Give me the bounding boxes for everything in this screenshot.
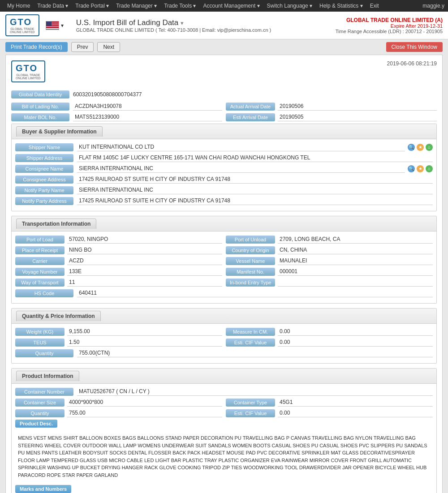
transport-way-row: Way of Transport 11 In-bond Entry Type bbox=[15, 278, 433, 287]
consignee-star-icon[interactable]: ★ bbox=[417, 165, 424, 172]
quantity-price-title: Quantity & Price Information bbox=[16, 311, 101, 321]
shipper-star-icon[interactable]: ★ bbox=[417, 144, 424, 151]
teus-value: 1.50 bbox=[67, 338, 222, 347]
print-button-top[interactable]: Print Trade Record(s) bbox=[5, 42, 68, 52]
way-of-transport-value: 11 bbox=[67, 278, 222, 287]
consignee-search-icon[interactable]: 🔍 bbox=[408, 165, 415, 172]
document-timestamp: 2019-06-06 08:21:19 bbox=[387, 60, 437, 67]
mater-bol-row: Mater BOL No. MATS5123139000 Esti Arriva… bbox=[11, 113, 437, 121]
main-document: GTO GLOBAL TRADEONLINE LIMITED 2019-06-0… bbox=[5, 55, 443, 493]
product-description-text: MENS VEST MENS SHIRT BALLOON BOXES BAGS … bbox=[15, 432, 433, 481]
notify-party-address-value: 17425 RAILROAD ST SUITE H CITY OF INDUST… bbox=[77, 197, 433, 205]
prev-button-top[interactable]: Prev bbox=[71, 42, 94, 52]
carrier-row: Carrier ACZD Vessel Name MAUNALEI bbox=[15, 257, 433, 265]
product-quantity-row: Quantity 755.00 Esti. CIF Value 0.00 bbox=[15, 409, 433, 417]
nav-account-management[interactable]: Account Management ▾ bbox=[200, 0, 263, 12]
esti-cif-value: 0.00 bbox=[278, 338, 433, 347]
consignee-address-label: Consignee Address bbox=[15, 176, 73, 184]
nav-my-home[interactable]: My Home bbox=[4, 0, 34, 12]
voyage-number-value: 133E bbox=[67, 267, 222, 276]
shipper-address-value: FLAT RM 1405C 14F LUCKY CENTRE 165-171 W… bbox=[77, 154, 433, 162]
measure-value: 0.00 bbox=[278, 327, 433, 336]
header-bar: GTO GLOBAL TRADEONLINE LIMITED ▾ U.S. Im… bbox=[0, 12, 448, 39]
shipper-home-icon[interactable]: ⌂ bbox=[426, 144, 433, 151]
consignee-home-icon[interactable]: ⌂ bbox=[426, 165, 433, 172]
nav-trade-portal[interactable]: Trade Portal ▾ bbox=[72, 0, 112, 12]
container-number-row: Container Number MATU2526767 ( CN / L / … bbox=[15, 387, 433, 396]
flag-selector[interactable]: ▾ bbox=[46, 21, 64, 30]
notify-party-name-label: Notify Party Name bbox=[15, 186, 73, 194]
consignee-name-label: Consignee Name bbox=[15, 165, 73, 173]
nav-trade-manager[interactable]: Trade Manager ▾ bbox=[112, 0, 160, 12]
container-size-row: Container Size 4000*900*800 Container Ty… bbox=[15, 398, 433, 407]
nav-help-statistics[interactable]: Help & Statistics ▾ bbox=[316, 0, 366, 12]
way-of-transport-label: Way of Transport bbox=[15, 279, 65, 287]
shipper-address-label: Shipper Address bbox=[15, 154, 73, 162]
us-flag-icon bbox=[46, 21, 59, 30]
quantity-price-section: Quantity & Price Information Weight (KG)… bbox=[11, 308, 437, 364]
consignee-name-value: SIERRA INTERNATIONAL INC bbox=[77, 164, 405, 173]
container-size-value: 4000*900*800 bbox=[67, 398, 222, 407]
global-data-identity-row: Global Data Identity 6003201905080800070… bbox=[11, 90, 437, 99]
nav-switch-language[interactable]: Switch Language ▾ bbox=[263, 0, 316, 12]
port-of-unload-value: 2709, LONG BEACH, CA bbox=[278, 235, 433, 244]
teus-row: TEUS 1.50 Esti. CIF Value 0.00 bbox=[15, 338, 433, 347]
bol-label: Bill of Lading No. bbox=[11, 103, 69, 111]
esti-arrival-value: 20190505 bbox=[278, 113, 437, 121]
product-desc-button[interactable]: Product Desc. bbox=[15, 420, 57, 428]
header-subtitle: GLOBAL TRADE ONLINE LIMITED ( Tel: 400-7… bbox=[76, 27, 336, 33]
notify-party-address-row: Notify Party Address 17425 RAILROAD ST S… bbox=[15, 197, 433, 205]
bol-value: ACZDNA3H190078 bbox=[73, 102, 222, 111]
bol-row: Bill of Lading No. ACZDNA3H190078 Actual… bbox=[11, 102, 437, 111]
quantity-label: Quantity bbox=[15, 349, 73, 357]
voyage-number-label: Voyage Number bbox=[15, 268, 65, 276]
container-type-value: 45G1 bbox=[278, 398, 433, 407]
place-of-receipt-label: Place of Receipt bbox=[15, 246, 65, 254]
company-name: GLOBAL TRADE ONLINE LIMITED (A) bbox=[336, 17, 443, 23]
flag-dropdown-arrow[interactable]: ▾ bbox=[61, 22, 64, 29]
hs-code-row: HS Code 640411 bbox=[15, 289, 433, 297]
close-button-top[interactable]: Close This Window bbox=[386, 42, 443, 52]
ldr-info: Time Range Accessible (LDR) : 200712 - 2… bbox=[336, 29, 443, 34]
nav-trade-tools[interactable]: Trade Tools ▾ bbox=[160, 0, 199, 12]
product-quantity-label: Quantity bbox=[15, 409, 65, 417]
next-button-top[interactable]: Next bbox=[97, 42, 120, 52]
nav-exit[interactable]: Exit bbox=[366, 0, 383, 12]
document-header: GTO GLOBAL TRADEONLINE LIMITED 2019-06-0… bbox=[11, 60, 437, 86]
port-load-row: Port of Load 57020, NINGPO Port of Unloa… bbox=[15, 235, 433, 244]
product-esti-cif-label: Esti. CIF Value bbox=[226, 409, 275, 417]
teus-label: TEUS bbox=[15, 339, 65, 347]
logo-subtitle: GLOBAL TRADEONLINE LIMITED bbox=[10, 27, 35, 34]
transportation-section: Transportation Information Port of Load … bbox=[11, 216, 437, 304]
buyer-supplier-section: Buyer & Supplier Information Shipper Nam… bbox=[11, 124, 437, 211]
consignee-address-value: 17425 RAILROAD ST SUITE H CITY OF INDUST… bbox=[77, 175, 433, 184]
nav-trade-data[interactable]: Trade Data ▾ bbox=[34, 0, 72, 12]
header-right-info: GLOBAL TRADE ONLINE LIMITED (A) Expire A… bbox=[336, 17, 443, 34]
global-data-identity-label: Global Data Identity bbox=[11, 90, 69, 99]
esti-arrival-label: Esti Arrival Date bbox=[226, 113, 275, 121]
weight-label: Weight (KG) bbox=[15, 328, 65, 336]
notify-party-address-label: Notify Party Address bbox=[15, 197, 73, 205]
company-logo: GTO GLOBAL TRADEONLINE LIMITED bbox=[5, 14, 39, 36]
inbond-entry-value bbox=[278, 279, 433, 287]
carrier-value: ACZD bbox=[67, 257, 222, 265]
hs-code-label: HS Code bbox=[15, 289, 73, 297]
shipper-search-icon[interactable]: 🔍 bbox=[408, 144, 415, 151]
product-section: Product Information Container Number MAT… bbox=[11, 368, 437, 493]
page-title: U.S. Import Bill of Lading Data ▾ bbox=[76, 18, 336, 27]
actual-arrival-value: 20190506 bbox=[278, 102, 437, 111]
quantity-value: 755.00(CTN) bbox=[77, 349, 433, 357]
measure-label: Measure In CM. bbox=[226, 328, 275, 336]
shipper-name-row: Shipper Name KUT INTERNATIONAL CO LTD 🔍 … bbox=[15, 143, 433, 151]
inbond-entry-label: In-bond Entry Type bbox=[226, 279, 275, 287]
actual-arrival-label: Actual Arrival Date bbox=[226, 103, 275, 111]
weight-value: 9,155.00 bbox=[67, 327, 222, 336]
marks-button[interactable]: Marks and Numbers bbox=[15, 485, 71, 493]
place-receipt-row: Place of Receipt NING BO Country of Orig… bbox=[15, 246, 433, 254]
notify-party-name-value: SIERRA INTERNATIONAL INC bbox=[77, 186, 433, 194]
port-of-load-label: Port of Load bbox=[15, 236, 65, 244]
carrier-label: Carrier bbox=[15, 257, 65, 265]
global-data-identity-value: 60032019050808000704377 bbox=[73, 91, 142, 98]
shipper-name-label: Shipper Name bbox=[15, 143, 73, 151]
doc-logo: GTO GLOBAL TRADEONLINE LIMITED bbox=[11, 60, 45, 82]
